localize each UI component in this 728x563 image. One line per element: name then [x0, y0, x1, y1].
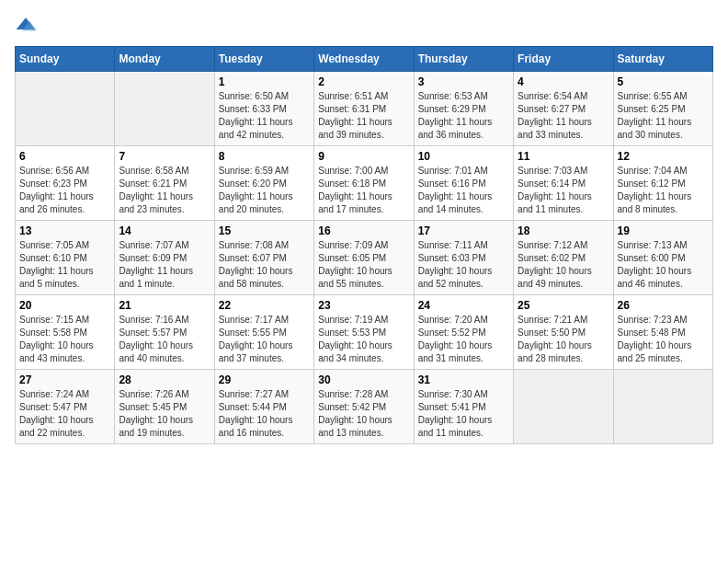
day-detail: Sunrise: 6:54 AMSunset: 6:27 PMDaylight:…: [518, 91, 592, 140]
calendar-header-row: SundayMondayTuesdayWednesdayThursdayFrid…: [16, 47, 713, 72]
day-number: 30: [318, 373, 409, 386]
calendar-cell: 20Sunrise: 7:15 AMSunset: 5:58 PMDayligh…: [16, 295, 115, 370]
day-number: 16: [318, 224, 409, 237]
day-detail: Sunrise: 6:55 AMSunset: 6:25 PMDaylight:…: [618, 91, 692, 140]
day-number: 9: [318, 150, 409, 163]
week-row-5: 27Sunrise: 7:24 AMSunset: 5:47 PMDayligh…: [16, 370, 713, 444]
day-number: 8: [219, 150, 310, 163]
day-number: 11: [518, 150, 609, 163]
column-header-tuesday: Tuesday: [214, 47, 313, 72]
week-row-2: 6Sunrise: 6:56 AMSunset: 6:23 PMDaylight…: [16, 146, 713, 221]
calendar-cell: 3Sunrise: 6:53 AMSunset: 6:29 PMDaylight…: [414, 72, 513, 146]
day-detail: Sunrise: 7:01 AMSunset: 6:16 PMDaylight:…: [418, 166, 493, 214]
week-row-1: 1Sunrise: 6:50 AMSunset: 6:33 PMDaylight…: [16, 72, 713, 146]
day-detail: Sunrise: 7:26 AMSunset: 5:45 PMDaylight:…: [119, 389, 193, 438]
day-number: 21: [119, 299, 210, 312]
day-detail: Sunrise: 7:09 AMSunset: 6:05 PMDaylight:…: [318, 240, 392, 289]
day-detail: Sunrise: 7:23 AMSunset: 5:48 PMDaylight:…: [618, 315, 692, 363]
calendar-cell: 13Sunrise: 7:05 AMSunset: 6:10 PMDayligh…: [16, 221, 115, 295]
calendar-cell: 27Sunrise: 7:24 AMSunset: 5:47 PMDayligh…: [16, 370, 115, 444]
day-detail: Sunrise: 7:08 AMSunset: 6:07 PMDaylight:…: [219, 240, 293, 289]
calendar-cell: 15Sunrise: 7:08 AMSunset: 6:07 PMDayligh…: [214, 221, 313, 295]
calendar-cell: 11Sunrise: 7:03 AMSunset: 6:14 PMDayligh…: [514, 146, 613, 221]
day-detail: Sunrise: 7:20 AMSunset: 5:52 PMDaylight:…: [418, 315, 493, 363]
day-detail: Sunrise: 7:05 AMSunset: 6:10 PMDaylight:…: [19, 240, 94, 289]
logo: [15, 15, 40, 37]
day-number: 17: [418, 224, 509, 237]
day-detail: Sunrise: 7:04 AMSunset: 6:12 PMDaylight:…: [618, 166, 692, 214]
day-number: 5: [618, 75, 709, 88]
calendar-cell: 2Sunrise: 6:51 AMSunset: 6:31 PMDaylight…: [314, 72, 414, 146]
calendar-cell: [115, 72, 214, 146]
day-number: 7: [119, 150, 210, 163]
calendar-cell: 26Sunrise: 7:23 AMSunset: 5:48 PMDayligh…: [613, 295, 712, 370]
day-detail: Sunrise: 7:30 AMSunset: 5:41 PMDaylight:…: [418, 389, 493, 438]
day-detail: Sunrise: 7:24 AMSunset: 5:47 PMDaylight:…: [19, 389, 94, 438]
calendar-cell: 1Sunrise: 6:50 AMSunset: 6:33 PMDaylight…: [214, 72, 313, 146]
calendar-cell: 23Sunrise: 7:19 AMSunset: 5:53 PMDayligh…: [314, 295, 414, 370]
day-number: 31: [418, 373, 509, 386]
column-header-wednesday: Wednesday: [314, 47, 414, 72]
day-number: 23: [318, 299, 409, 312]
day-detail: Sunrise: 7:28 AMSunset: 5:42 PMDaylight:…: [318, 389, 392, 438]
day-detail: Sunrise: 7:19 AMSunset: 5:53 PMDaylight:…: [318, 315, 392, 363]
week-row-3: 13Sunrise: 7:05 AMSunset: 6:10 PMDayligh…: [16, 221, 713, 295]
calendar-cell: 21Sunrise: 7:16 AMSunset: 5:57 PMDayligh…: [115, 295, 214, 370]
day-detail: Sunrise: 6:53 AMSunset: 6:29 PMDaylight:…: [418, 91, 493, 140]
day-number: 1: [219, 75, 310, 88]
day-number: 3: [418, 75, 509, 88]
calendar-cell: 25Sunrise: 7:21 AMSunset: 5:50 PMDayligh…: [514, 295, 613, 370]
calendar-cell: 8Sunrise: 6:59 AMSunset: 6:20 PMDaylight…: [214, 146, 313, 221]
day-detail: Sunrise: 6:50 AMSunset: 6:33 PMDaylight:…: [219, 91, 293, 140]
calendar-cell: 31Sunrise: 7:30 AMSunset: 5:41 PMDayligh…: [414, 370, 513, 444]
calendar-cell: 4Sunrise: 6:54 AMSunset: 6:27 PMDaylight…: [514, 72, 613, 146]
calendar-cell: 28Sunrise: 7:26 AMSunset: 5:45 PMDayligh…: [115, 370, 214, 444]
day-number: 25: [518, 299, 609, 312]
calendar-table: SundayMondayTuesdayWednesdayThursdayFrid…: [15, 46, 713, 444]
calendar-cell: 9Sunrise: 7:00 AMSunset: 6:18 PMDaylight…: [314, 146, 414, 221]
day-detail: Sunrise: 7:12 AMSunset: 6:02 PMDaylight:…: [518, 240, 592, 289]
day-number: 20: [19, 299, 110, 312]
calendar-cell: 12Sunrise: 7:04 AMSunset: 6:12 PMDayligh…: [613, 146, 712, 221]
calendar-cell: 30Sunrise: 7:28 AMSunset: 5:42 PMDayligh…: [314, 370, 414, 444]
day-detail: Sunrise: 6:56 AMSunset: 6:23 PMDaylight:…: [19, 166, 94, 214]
calendar-cell: [514, 370, 613, 444]
calendar-cell: 16Sunrise: 7:09 AMSunset: 6:05 PMDayligh…: [314, 221, 414, 295]
calendar-cell: 5Sunrise: 6:55 AMSunset: 6:25 PMDaylight…: [613, 72, 712, 146]
day-detail: Sunrise: 7:03 AMSunset: 6:14 PMDaylight:…: [518, 166, 592, 214]
day-number: 18: [518, 224, 609, 237]
calendar-cell: [613, 370, 712, 444]
day-detail: Sunrise: 7:07 AMSunset: 6:09 PMDaylight:…: [119, 240, 193, 289]
day-detail: Sunrise: 6:59 AMSunset: 6:20 PMDaylight:…: [219, 166, 293, 214]
day-number: 14: [119, 224, 210, 237]
day-detail: Sunrise: 7:27 AMSunset: 5:44 PMDaylight:…: [219, 389, 293, 438]
page-header: [15, 15, 713, 37]
column-header-saturday: Saturday: [613, 47, 712, 72]
day-number: 24: [418, 299, 509, 312]
day-detail: Sunrise: 7:17 AMSunset: 5:55 PMDaylight:…: [219, 315, 293, 363]
calendar-cell: 6Sunrise: 6:56 AMSunset: 6:23 PMDaylight…: [16, 146, 115, 221]
calendar-cell: 7Sunrise: 6:58 AMSunset: 6:21 PMDaylight…: [115, 146, 214, 221]
day-number: 19: [618, 224, 709, 237]
column-header-sunday: Sunday: [16, 47, 115, 72]
day-number: 22: [219, 299, 310, 312]
calendar-cell: 14Sunrise: 7:07 AMSunset: 6:09 PMDayligh…: [115, 221, 214, 295]
calendar-cell: 22Sunrise: 7:17 AMSunset: 5:55 PMDayligh…: [214, 295, 313, 370]
calendar-cell: 19Sunrise: 7:13 AMSunset: 6:00 PMDayligh…: [613, 221, 712, 295]
calendar-cell: 17Sunrise: 7:11 AMSunset: 6:03 PMDayligh…: [414, 221, 513, 295]
day-number: 26: [618, 299, 709, 312]
column-header-monday: Monday: [115, 47, 214, 72]
calendar-cell: [16, 72, 115, 146]
day-detail: Sunrise: 7:00 AMSunset: 6:18 PMDaylight:…: [318, 166, 392, 214]
day-detail: Sunrise: 6:58 AMSunset: 6:21 PMDaylight:…: [119, 166, 193, 214]
day-detail: Sunrise: 7:16 AMSunset: 5:57 PMDaylight:…: [119, 315, 193, 363]
column-header-friday: Friday: [514, 47, 613, 72]
day-detail: Sunrise: 7:11 AMSunset: 6:03 PMDaylight:…: [418, 240, 493, 289]
calendar-cell: 10Sunrise: 7:01 AMSunset: 6:16 PMDayligh…: [414, 146, 513, 221]
day-detail: Sunrise: 7:15 AMSunset: 5:58 PMDaylight:…: [19, 315, 94, 363]
day-number: 2: [318, 75, 409, 88]
day-number: 28: [119, 373, 210, 386]
day-detail: Sunrise: 6:51 AMSunset: 6:31 PMDaylight:…: [318, 91, 392, 140]
day-number: 6: [19, 150, 110, 163]
calendar-cell: 29Sunrise: 7:27 AMSunset: 5:44 PMDayligh…: [214, 370, 313, 444]
